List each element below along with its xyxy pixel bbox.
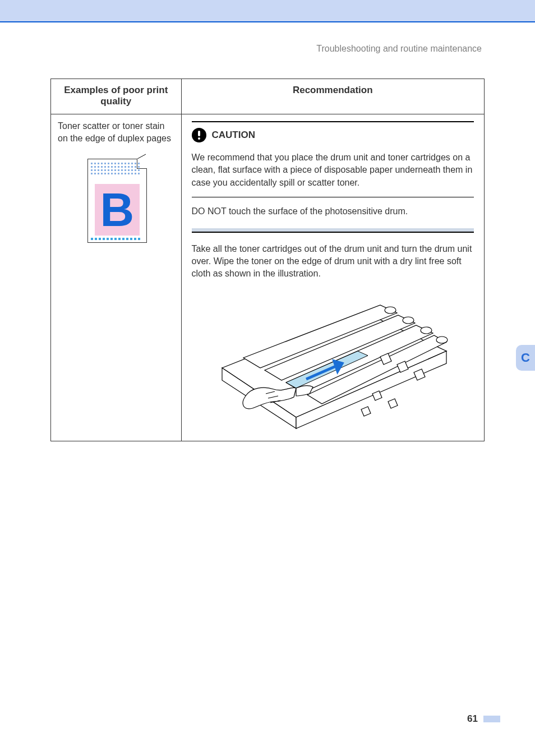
instruction-text: Take all the toner cartridges out of the…	[192, 243, 474, 280]
top-rule	[0, 21, 535, 22]
toner-scatter-line	[91, 163, 141, 164]
example-title: Toner scatter or toner stain on the edge…	[58, 120, 174, 144]
svg-point-10	[421, 327, 432, 334]
svg-point-8	[385, 307, 396, 314]
col-header-examples: Examples of poor print quality	[51, 79, 182, 114]
col-header-recommendation: Recommendation	[181, 79, 484, 114]
sample-page: B	[87, 159, 147, 243]
sample-content-area: B	[95, 184, 140, 236]
caution-paragraph-1: We recommend that you place the drum uni…	[192, 147, 474, 197]
sample-illustration: B	[80, 154, 153, 247]
toner-scatter-line	[91, 166, 141, 168]
side-tab[interactable]: C	[516, 345, 535, 371]
table-header-row: Examples of poor print quality Recommend…	[51, 79, 485, 114]
toner-scatter-line	[91, 169, 141, 171]
sample-letter: B	[100, 186, 134, 233]
page-number: 61	[467, 713, 478, 725]
section-header: Troubleshooting and routine maintenance	[316, 44, 482, 54]
caution-icon	[192, 128, 206, 142]
caution-bottom-accent	[192, 228, 474, 232]
footer-accent	[483, 716, 500, 722]
side-tab-label: C	[521, 351, 530, 365]
svg-point-11	[436, 336, 448, 343]
page: Troubleshooting and routine maintenance …	[0, 0, 535, 756]
toner-scatter-line	[91, 173, 141, 174]
caution-label: CAUTION	[212, 128, 255, 142]
troubleshooting-table: Examples of poor print quality Recommend…	[50, 79, 485, 441]
svg-point-9	[403, 317, 414, 324]
caution-box: CAUTION We recommend that you place the …	[192, 121, 474, 233]
example-cell: Toner scatter or toner stain on the edge…	[51, 114, 182, 441]
caution-heading: CAUTION	[192, 126, 474, 147]
caution-paragraph-2: DO NOT touch the surface of the photosen…	[192, 197, 474, 225]
table-row: Toner scatter or toner stain on the edge…	[51, 114, 485, 441]
top-band	[0, 0, 535, 21]
recommendation-cell: CAUTION We recommend that you place the …	[181, 114, 484, 441]
toner-scatter-bottom	[91, 238, 141, 240]
drum-unit-illustration	[212, 289, 453, 430]
